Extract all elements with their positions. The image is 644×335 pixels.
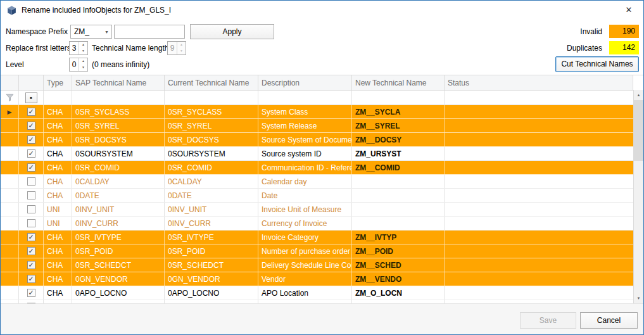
row-checkbox[interactable]: ✓ (27, 233, 35, 241)
spin-down-icon[interactable]: ▼ (79, 65, 87, 71)
table-row[interactable]: ✓ CHA 0SR_COMID 0SR_COMID Communication … (1, 161, 633, 175)
column-header-status[interactable]: Status (445, 75, 633, 90)
row-checkbox-cell[interactable] (19, 189, 44, 202)
row-checkbox[interactable] (27, 205, 35, 213)
row-checkbox[interactable]: ✓ (27, 275, 35, 283)
spin-up-icon[interactable]: ▲ (79, 42, 87, 48)
row-checkbox[interactable]: ✓ (27, 136, 35, 144)
row-checkbox[interactable]: ✓ (27, 122, 35, 130)
scroll-down-icon[interactable]: ▼ (634, 293, 643, 303)
row-checkbox[interactable]: ✓ (27, 261, 35, 269)
cell-description: Date (258, 189, 352, 202)
scroll-up-icon[interactable]: ▲ (634, 90, 643, 100)
level-stepper[interactable]: 0 ▲▼ (69, 58, 88, 72)
scrollbar-thumb[interactable] (634, 100, 643, 161)
table-row[interactable]: ▶ ✓ CHA 0SR_SYCLASS 0SR_SYCLASS System C… (1, 105, 633, 119)
row-checkbox-cell[interactable]: ✓ (19, 119, 44, 132)
row-checkbox-cell[interactable]: ✓ (19, 105, 44, 118)
row-checkbox-cell[interactable]: ✓ (19, 161, 44, 174)
level-hint: (0 means infinity) (92, 58, 149, 72)
table-row[interactable]: ✓ CHA 0SR_SYREL 0SR_SYREL System Release… (1, 119, 633, 133)
table-row[interactable]: CHA 0DATE 0DATE Date (1, 189, 633, 203)
row-checkbox[interactable] (27, 191, 35, 199)
cell-status (445, 119, 633, 132)
cell-sap-technical-name: 0INV_CURR (72, 217, 165, 230)
table-row[interactable]: UNI 0INV_UNIT 0INV_UNIT Invoice Unit of … (1, 203, 633, 217)
cell-description: Communication ID - Refere... (258, 161, 352, 174)
namespace-input[interactable] (114, 25, 185, 39)
apply-button[interactable]: Apply (190, 24, 274, 39)
cell-type: CHA (44, 175, 72, 188)
table-row[interactable]: CHA 0CALDAY 0CALDAY Calendar day (1, 175, 633, 189)
table-row[interactable]: ✓ CHA 0SR_IVTYPE 0SR_IVTYPE Invoice Cate… (1, 231, 633, 244)
filter-cell-sap-technical-name[interactable] (72, 91, 165, 104)
row-checkbox-cell[interactable]: ✓ (19, 286, 44, 300)
cell-current-technical-name: 0SR_DOCSYS (165, 133, 258, 146)
column-header-description[interactable]: Description (258, 75, 352, 90)
cell-status (445, 175, 633, 188)
namespace-prefix-label: Namespace Prefix (6, 25, 68, 39)
row-checkbox[interactable]: ✓ (27, 247, 35, 255)
column-header-current-technical-name[interactable]: Current Technical Name (165, 75, 258, 90)
cell-sap-technical-name: 0SR_POID (72, 244, 165, 258)
cell-sap-technical-name: 0SR_DOCSYS (72, 133, 165, 146)
row-checkbox[interactable]: ✓ (27, 289, 35, 297)
filter-cell-description[interactable] (258, 91, 352, 104)
row-checkbox-cell[interactable]: ✓ (19, 244, 44, 258)
row-checkbox-cell[interactable]: ✓ (19, 258, 44, 272)
cell-status (445, 272, 633, 286)
column-header-new-technical-name[interactable]: New Technical Name (352, 75, 445, 90)
cell-current-technical-name: 0SR_SYCLASS (165, 105, 258, 118)
row-checkbox-cell[interactable]: ✓ (19, 231, 44, 244)
cell-current-technical-name: 0GN_VENDOR (165, 272, 258, 286)
cell-type: CHA (44, 133, 72, 146)
table-row[interactable]: ✓ CHA 0SR_DOCSYS 0SR_DOCSYS Source Syste… (1, 133, 633, 147)
cancel-button[interactable]: Cancel (580, 312, 638, 329)
row-checkbox-cell[interactable]: ✓ (19, 272, 44, 286)
row-checkbox[interactable] (27, 177, 35, 186)
table-row[interactable]: ✓ CHA 0SR_SCHEDCT 0SR_SCHEDCT Delivery S… (1, 258, 633, 272)
spin-up-icon[interactable]: ▲ (79, 58, 87, 65)
namespace-prefix-combo[interactable]: ZM_ ▼ (70, 25, 112, 39)
cell-type: CHA (44, 105, 72, 118)
row-checkbox-cell[interactable] (19, 175, 44, 188)
cell-description: Currency of Invoice (258, 217, 352, 230)
table-row[interactable]: ✓ CHA 0SOURSYSTEM 0SOURSYSTEM Source sys… (1, 147, 633, 161)
filter-cell-status[interactable] (445, 91, 633, 104)
cell-status (445, 147, 633, 160)
row-checkbox-cell[interactable] (19, 203, 44, 216)
table-row[interactable]: UNI 0INV_CURR 0INV_CURR Currency of Invo… (1, 217, 633, 231)
replace-first-letters-stepper[interactable]: 3 ▲▼ (69, 41, 88, 55)
namespace-prefix-value: ZM_ (71, 27, 102, 36)
cell-new-technical-name: ZM__SYREL (352, 119, 445, 132)
spin-down-icon[interactable]: ▼ (79, 48, 87, 54)
row-checkbox-cell[interactable] (19, 217, 44, 230)
vertical-scrollbar[interactable]: ▲ ▼ (633, 90, 643, 303)
cell-type: CHA (44, 119, 72, 132)
checkbox-filter-button[interactable]: ■ (25, 92, 37, 103)
column-header-type[interactable]: Type (44, 75, 72, 90)
column-header-sap-technical-name[interactable]: SAP Technical Name (72, 75, 165, 90)
cell-sap-technical-name: 0GN_VENDOR (72, 272, 165, 286)
row-checkbox-cell[interactable]: ✓ (19, 133, 44, 146)
table-row[interactable]: ✓ CHA 0APO_LOCNO 0APO_LOCNO APO Location… (1, 286, 633, 300)
row-indicator-cell (1, 203, 19, 216)
row-checkbox[interactable]: ✓ (27, 163, 35, 172)
table-row[interactable]: ✓ CHA 0SR_POID 0SR_POID Number of purcha… (1, 244, 633, 258)
chevron-down-icon[interactable]: ▼ (102, 30, 111, 34)
cut-technical-names-button[interactable]: Cut Technical Names (555, 56, 639, 72)
table-row[interactable]: ✓ CHA 0GN_VENDOR 0GN_VENDOR Vendor ZM__V… (1, 272, 633, 286)
filter-cell-new-technical-name[interactable] (352, 91, 445, 104)
cell-current-technical-name: 0SR_POID (165, 244, 258, 258)
row-checkbox[interactable] (27, 219, 35, 227)
row-checkbox[interactable]: ✓ (27, 149, 35, 158)
filter-cell-current-technical-name[interactable] (165, 91, 258, 104)
cell-type: CHA (44, 272, 72, 286)
close-icon[interactable]: ✕ (622, 4, 636, 16)
filter-cell-type[interactable] (44, 91, 72, 104)
cell-status (445, 161, 633, 174)
row-checkbox-cell[interactable]: ✓ (19, 147, 44, 160)
cell-new-technical-name (352, 189, 445, 202)
save-button[interactable]: Save (520, 312, 576, 329)
row-checkbox[interactable]: ✓ (27, 108, 35, 116)
